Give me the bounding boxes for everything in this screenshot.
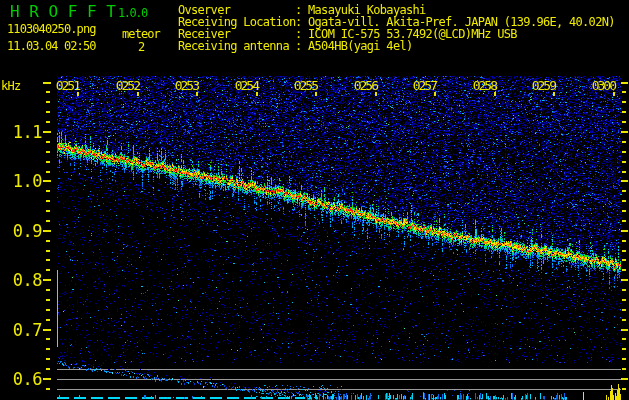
info-label: Receiving antenna <box>178 40 295 52</box>
x-tick-label: 0259 <box>528 79 555 92</box>
info-value: A504HB(yagi 4el) <box>308 39 412 53</box>
spectrogram-canvas <box>0 0 629 400</box>
y-tick-label: 0.6 <box>4 371 42 388</box>
mode-label: meteor <box>122 28 160 40</box>
x-tick-label: 0251 <box>52 79 79 92</box>
output-filename: 1103040250.png <box>7 23 96 35</box>
station-info: Ovserver: Masayuki Kobayashi Receiving L… <box>178 4 615 52</box>
x-tick-label: 0255 <box>290 79 317 92</box>
colon: : <box>295 39 302 53</box>
x-tick-label: 0300 <box>588 79 615 92</box>
y-tick-label: 0.9 <box>4 223 42 240</box>
y-axis-unit: kHz <box>1 80 21 92</box>
x-tick-label: 0253 <box>171 79 198 92</box>
x-tick-label: 0258 <box>469 79 496 92</box>
y-tick-label: 0.8 <box>4 272 42 289</box>
y-tick-label: 1.0 <box>4 173 42 190</box>
timestamp: 11.03.04 02:50 <box>7 40 96 52</box>
x-tick-label: 0256 <box>350 79 377 92</box>
x-tick-label: 0257 <box>409 79 436 92</box>
y-tick-label: 1.1 <box>4 124 42 141</box>
x-tick-label: 0252 <box>112 79 139 92</box>
info-row-antenna: Receiving antenna: A504HB(yagi 4el) <box>178 40 615 52</box>
app-version: 1.0.0 <box>118 7 147 19</box>
echo-count: 2 <box>138 41 144 53</box>
x-tick-label: 0254 <box>231 79 258 92</box>
hrofft-window: H R O F F T 1.0.0 1103040250.png meteor … <box>0 0 629 400</box>
y-tick-label: 0.7 <box>4 322 42 339</box>
app-title: H R O F F T <box>10 4 116 20</box>
